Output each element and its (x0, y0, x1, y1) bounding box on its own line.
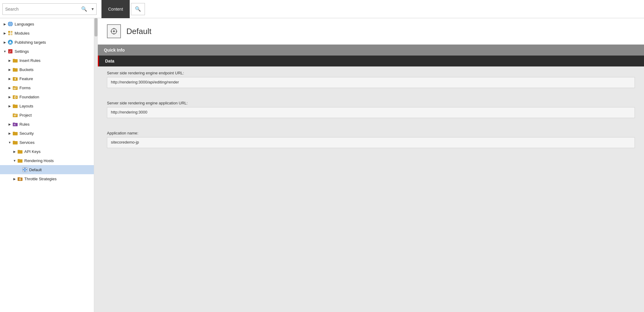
arrow-settings: ▼ (2, 49, 7, 54)
icon-forms (12, 85, 18, 91)
tab-search-button[interactable]: 🔍 (131, 3, 145, 15)
svg-rect-18 (15, 78, 16, 80)
arrow-services: ▼ (7, 140, 12, 145)
svg-rect-38 (13, 141, 15, 142)
icon-project (12, 112, 18, 118)
sidebar-item-rules[interactable]: ▶ R Rules (0, 120, 94, 129)
label-feature: Feature (19, 76, 33, 81)
svg-rect-31 (14, 116, 16, 116)
label-modules: Modules (15, 31, 29, 36)
label-layouts: Layouts (19, 104, 33, 108)
sidebar-item-publishing-targets[interactable]: ▶ Publishing targets (0, 38, 94, 47)
sidebar-item-settings[interactable]: ▼ ✓ Settings (0, 47, 94, 56)
svg-rect-4 (8, 31, 10, 33)
icon-settings: ✓ (7, 48, 13, 54)
label-security: Security (19, 131, 34, 136)
icon-api-keys (17, 148, 23, 154)
label-services: Services (19, 140, 35, 145)
sidebar-item-foundation[interactable]: ▶ Foundation (0, 92, 94, 101)
sidebar-item-modules[interactable]: ▶ Modules (0, 29, 94, 38)
icon-publishing (7, 39, 13, 45)
content-area: Default Quick Info Data Server side rend… (98, 18, 644, 312)
sidebar-item-feature[interactable]: ▶ Feature (0, 74, 94, 83)
icon-services (12, 139, 18, 145)
section-data: Data (98, 56, 644, 66)
search-button[interactable]: 🔍 (79, 5, 89, 13)
sidebar-scrollbar[interactable] (94, 18, 98, 312)
sidebar-item-security[interactable]: ▶ Security (0, 129, 94, 138)
top-bar: 🔍 ▼ Content 🔍 (0, 0, 644, 18)
svg-rect-7 (11, 33, 12, 35)
svg-rect-13 (13, 59, 15, 60)
arrow-buckets: ▶ (7, 67, 12, 72)
label-settings: Settings (15, 49, 29, 54)
sidebar-item-throttle-strategies[interactable]: ▶ Throttle Strategies (0, 174, 94, 183)
svg-rect-22 (13, 89, 16, 89)
arrow-throttle: ▶ (12, 176, 17, 181)
field-value-ssr-app-url: http://rendering:3000 (107, 107, 635, 118)
sidebar-item-default[interactable]: ▶ Default (0, 165, 94, 174)
svg-point-45 (25, 169, 26, 170)
arrow-api-keys: ▶ (12, 149, 17, 154)
dropdown-arrow-button[interactable]: ▼ (89, 6, 96, 12)
search-input[interactable] (3, 5, 79, 13)
search-area: 🔍 ▼ (2, 3, 97, 15)
icon-modules (7, 30, 13, 36)
field-app-name: Application name: sitecoredemo-jp (98, 127, 644, 152)
svg-text:✓: ✓ (9, 50, 12, 53)
label-languages: Languages (15, 22, 34, 26)
sidebar: ▶ Languages ▶ (0, 18, 94, 312)
svg-rect-24 (13, 95, 15, 96)
sidebar-item-project[interactable]: ▶ Project (0, 110, 94, 120)
sidebar-item-services[interactable]: ▼ Services (0, 138, 94, 147)
svg-rect-17 (13, 77, 15, 78)
svg-rect-5 (11, 31, 12, 33)
svg-rect-30 (14, 115, 17, 115)
content-tabs: Content 🔍 (99, 0, 147, 18)
arrow-languages: ▶ (2, 22, 7, 26)
content-header: Default (98, 18, 644, 45)
arrow-rendering-hosts: ▼ (12, 158, 17, 163)
svg-text:R: R (14, 123, 16, 126)
main-layout: ▶ Languages ▶ (0, 18, 644, 312)
arrow-foundation: ▶ (7, 94, 12, 99)
sidebar-item-languages[interactable]: ▶ Languages (0, 19, 94, 29)
label-project: Project (19, 113, 32, 117)
tab-content[interactable]: Content (101, 0, 130, 18)
icon-insert-rules (12, 57, 18, 63)
svg-rect-40 (18, 150, 20, 151)
label-rendering-hosts: Rendering Hosts (24, 158, 54, 163)
icon-layouts (12, 103, 18, 109)
svg-point-54 (113, 30, 115, 32)
arrow-feature: ▶ (7, 76, 12, 81)
icon-buckets (12, 66, 18, 73)
arrow-rules: ▶ (7, 122, 12, 127)
svg-rect-42 (18, 159, 20, 160)
svg-rect-29 (13, 114, 15, 114)
field-label-ssr-endpoint: Server side rendering engine endpoint UR… (107, 71, 635, 75)
sidebar-item-layouts[interactable]: ▶ Layouts (0, 101, 94, 110)
arrow-forms: ▶ (7, 85, 12, 90)
svg-rect-6 (8, 33, 10, 35)
icon-default (22, 167, 28, 173)
svg-rect-20 (13, 86, 15, 87)
svg-rect-51 (18, 177, 20, 178)
scrollbar-thumb[interactable] (94, 18, 98, 36)
svg-rect-27 (13, 104, 15, 105)
svg-rect-36 (13, 132, 15, 133)
label-api-keys: API Keys (24, 149, 40, 154)
sidebar-item-forms[interactable]: ▶ Forms (0, 83, 94, 92)
label-default: Default (29, 168, 42, 172)
label-insert-rules: Insert Rules (19, 58, 40, 63)
svg-rect-15 (13, 68, 15, 69)
field-value-app-name: sitecoredemo-jp (107, 137, 635, 148)
sidebar-item-rendering-hosts[interactable]: ▼ Rendering Hosts (0, 156, 94, 165)
field-label-app-name: Application name: (107, 131, 635, 135)
sidebar-item-insert-rules[interactable]: ▶ Insert Rules (0, 56, 94, 65)
sidebar-item-buckets[interactable]: ▶ Buckets (0, 65, 94, 74)
arrow-security: ▶ (7, 131, 12, 136)
arrow-modules: ▶ (2, 31, 7, 36)
sidebar-item-api-keys[interactable]: ▶ API Keys (0, 147, 94, 156)
icon-languages (7, 21, 13, 27)
svg-rect-21 (13, 88, 17, 88)
